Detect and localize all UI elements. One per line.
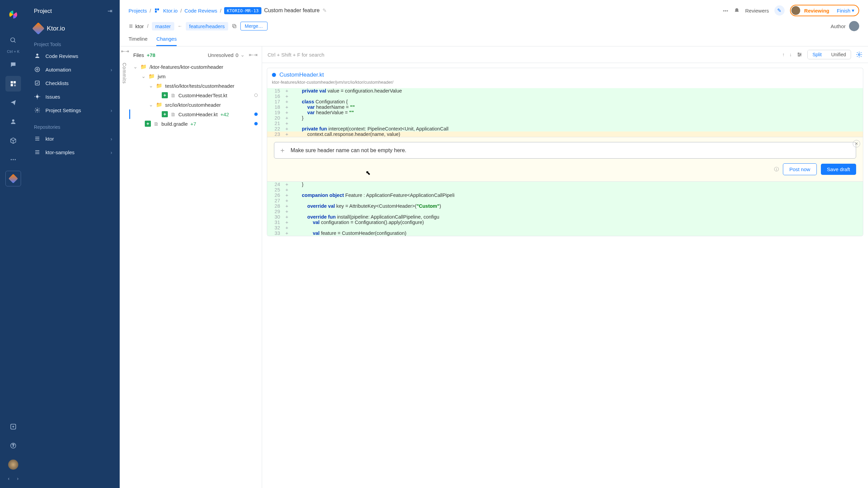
view-toggle: Split Unified (807, 50, 851, 59)
project-sidebar: Project ⇥ Ktor.io Project Tools Code Rev… (26, 0, 120, 488)
breadcrumb-project[interactable]: Ktor.io (163, 8, 178, 14)
files-label: Files (133, 52, 144, 58)
copy-icon[interactable] (232, 23, 237, 29)
status-dot (254, 122, 258, 125)
source-branch[interactable]: feature/headers (186, 22, 228, 30)
repos-group-label: Repositories (26, 122, 120, 132)
mr-id-badge[interactable]: KTORIO-MR-13 (224, 7, 261, 14)
chevron-down-icon: ⌄ (149, 83, 153, 89)
change-count: +7 (191, 121, 196, 127)
change-count: +42 (220, 111, 229, 117)
edit-reviewers-icon[interactable]: ✎ (774, 5, 785, 16)
user-avatar[interactable] (5, 457, 21, 472)
svg-point-15 (36, 54, 38, 56)
projects-icon[interactable] (5, 76, 21, 92)
comment-box: ✕ ＋ ⓘ Post now Save draft ⬉ (267, 137, 863, 182)
prev-icon[interactable]: ‹ (8, 476, 9, 481)
review-status-pill[interactable]: Reviewing Finish ▾ (790, 5, 859, 16)
repo-chip[interactable]: ktor (129, 23, 144, 29)
view-split[interactable]: Split (808, 50, 826, 59)
target-branch[interactable]: master (152, 22, 174, 30)
panel-handle-icon[interactable]: ⇤⇥ (121, 48, 129, 54)
attach-icon[interactable]: ＋ (279, 146, 286, 155)
arrow-left-icon: ← (178, 23, 182, 29)
more-icon[interactable] (5, 152, 21, 167)
app-logo[interactable] (5, 7, 21, 22)
tree-folder[interactable]: ⌄ 📁 /ktor-features/ktor-customheader (133, 62, 258, 72)
tree-folder[interactable]: ⌄ 📁 src/io/ktor/customheader (133, 100, 258, 109)
more-actions-icon[interactable]: ••• (723, 8, 728, 14)
project-name[interactable]: Ktor.io (26, 21, 120, 40)
tree-file[interactable]: + 🗎 build.gradle +7 (133, 119, 258, 128)
tree-file[interactable]: + 🗎 CustomHeaderTest.kt (133, 90, 258, 100)
file-icon: 🗎 (154, 121, 159, 127)
pinned-project-icon[interactable] (5, 171, 21, 186)
svg-point-17 (37, 69, 38, 70)
sidebar-item-checklists[interactable]: Checklists (26, 76, 120, 90)
finish-button[interactable]: Finish ▾ (833, 6, 858, 15)
settings-icon (34, 107, 41, 114)
sidebar-item-automation[interactable]: Automation › (26, 63, 120, 76)
sidebar-repo-ktor[interactable]: ktor › (26, 132, 120, 145)
reviewing-status: Reviewing (803, 8, 831, 14)
search-icon[interactable] (5, 33, 21, 48)
panel-expand-icon[interactable]: ⇤⇥ (249, 52, 258, 58)
edit-title-icon[interactable]: ✎ (322, 7, 327, 14)
close-comment-icon[interactable]: ✕ (853, 140, 860, 147)
folder-icon: 📁 (156, 102, 162, 108)
blog-icon[interactable] (5, 95, 21, 110)
view-unified[interactable]: Unified (826, 50, 851, 59)
save-draft-button[interactable]: Save draft (821, 164, 856, 175)
tree-folder[interactable]: ⌄ 📁 jvm (133, 72, 258, 81)
info-icon[interactable]: ⓘ (774, 166, 779, 172)
tree-folder[interactable]: ⌄ 📁 test/io/ktor/tests/customheader (133, 81, 258, 90)
breadcrumb-projects[interactable]: Projects (129, 8, 147, 14)
chevron-down-icon[interactable]: ⌄ (240, 52, 245, 58)
code-toolbar: Ctrl + Shift + F for search ↑ ↓ Split Un… (262, 46, 868, 63)
collapse-sidebar-icon[interactable]: ⇥ (107, 7, 112, 15)
svg-rect-2 (11, 81, 13, 84)
search-hint[interactable]: Ctrl + Shift + F for search (268, 52, 324, 58)
automation-icon (34, 66, 41, 73)
added-badge-icon: + (145, 121, 151, 127)
svg-rect-38 (232, 24, 235, 27)
tab-changes[interactable]: Changes (156, 36, 177, 46)
breadcrumb: Projects / Ktor.io / Code Reviews / KTOR… (129, 5, 859, 16)
svg-point-9 (15, 159, 16, 160)
team-icon[interactable] (5, 114, 21, 129)
code-block: 24+ }25+ 26+ companion object Feature : … (267, 182, 863, 236)
bell-icon[interactable] (734, 7, 740, 14)
repo-icon (34, 135, 41, 142)
branch-row: ktor / master ← feature/headers Merge… A… (120, 16, 868, 31)
tree-file-selected[interactable]: + 🗎 CustomHeader.kt +42 (133, 109, 258, 119)
sidebar-item-project-settings[interactable]: Project Settings › (26, 103, 120, 117)
add-icon[interactable] (5, 419, 21, 434)
svg-point-6 (12, 119, 15, 122)
sidebar-repo-ktor-samples[interactable]: ktor-samples › (26, 145, 120, 159)
comment-input[interactable] (291, 147, 851, 154)
chats-icon[interactable] (5, 57, 21, 73)
main: Projects / Ktor.io / Code Reviews / KTOR… (120, 0, 868, 488)
post-now-button[interactable]: Post now (783, 163, 817, 175)
checklist-icon (34, 80, 41, 86)
next-icon[interactable]: › (17, 476, 19, 481)
help-icon[interactable]: ? (5, 438, 21, 453)
next-diff-icon[interactable]: ↓ (789, 52, 792, 57)
gear-icon[interactable] (856, 51, 863, 58)
diff-settings-icon[interactable] (796, 52, 803, 58)
reviewer-avatar (791, 6, 800, 15)
packages-icon[interactable] (5, 133, 21, 148)
file-name[interactable]: CustomHeader.kt (279, 72, 324, 78)
sidebar-item-code-reviews[interactable]: Code Reviews (26, 49, 120, 63)
commits-tab[interactable]: Commits (120, 46, 129, 488)
tab-timeline[interactable]: Timeline (129, 36, 147, 46)
prev-diff-icon[interactable]: ↑ (782, 52, 785, 57)
page-title: Custom header feature (264, 7, 320, 14)
breadcrumb-section[interactable]: Code Reviews (184, 8, 217, 14)
author-avatar[interactable] (849, 21, 859, 31)
sidebar-item-issues[interactable]: Issues (26, 90, 120, 103)
file-header: CustomHeader.kt ktor-features/ktor-custo… (267, 68, 863, 88)
unresolved-label: Unresolved (208, 52, 234, 58)
svg-point-19 (36, 95, 39, 98)
merge-button[interactable]: Merge… (240, 22, 268, 30)
